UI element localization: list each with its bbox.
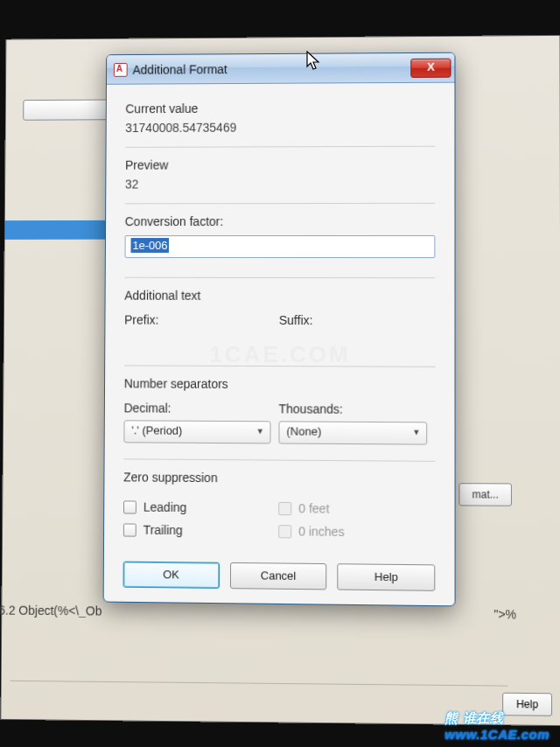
- number-separators-label: Number separators: [124, 376, 436, 392]
- zero-inches-label: 0 inches: [298, 524, 344, 539]
- thousands-select[interactable]: (None): [278, 421, 427, 444]
- dialog-button-row: OK Cancel Help: [123, 562, 436, 591]
- title-bar[interactable]: Additional Format X: [107, 53, 455, 85]
- dialog-body: Current value 31740008.54735469 Preview …: [104, 83, 455, 606]
- zero-inches-checkbox: [278, 525, 291, 538]
- prefix-label: Prefix:: [124, 313, 279, 327]
- parent-divider: [10, 681, 508, 687]
- parent-object-text: 6.2 Object(%<\_Ob: [0, 603, 102, 618]
- thousands-label: Thousands:: [279, 401, 436, 416]
- divider: [124, 365, 435, 367]
- parent-object-tail: ">%: [494, 607, 516, 621]
- parent-selection-bar: [5, 220, 107, 240]
- zero-suppression-label: Zero suppression: [123, 470, 435, 486]
- conversion-factor-input[interactable]: 1e-006: [125, 235, 436, 258]
- trailing-checkbox[interactable]: [123, 523, 136, 536]
- cancel-button[interactable]: Cancel: [230, 562, 327, 590]
- app-icon: [114, 62, 128, 76]
- close-button[interactable]: X: [410, 58, 451, 77]
- conversion-factor-label: Conversion factor:: [125, 214, 436, 228]
- conversion-factor-value: 1e-006: [130, 238, 169, 253]
- dialog-title: Additional Format: [133, 60, 411, 76]
- current-value-label: Current value: [125, 101, 435, 116]
- help-button[interactable]: Help: [338, 563, 436, 591]
- zero-feet-label: 0 feet: [298, 501, 329, 515]
- current-value: 31740008.54735469: [125, 120, 435, 135]
- decimal-select[interactable]: '.' (Period): [123, 420, 270, 443]
- watermark-corner: 熊 谁在线 www.1CAE.com: [444, 710, 550, 742]
- leading-checkbox[interactable]: [123, 500, 136, 513]
- watermark-url: www.1CAE.com: [444, 727, 550, 742]
- divider: [125, 203, 435, 204]
- trailing-label: Trailing: [144, 523, 183, 538]
- leading-label: Leading: [144, 500, 187, 514]
- decimal-label: Decimal:: [124, 401, 279, 415]
- preview-label: Preview: [125, 157, 435, 172]
- ok-button[interactable]: OK: [123, 562, 220, 589]
- preview-value: 32: [125, 177, 435, 192]
- suffix-label: Suffix:: [279, 313, 436, 328]
- watermark-zh: 熊 谁在线: [444, 710, 503, 725]
- parent-format-button[interactable]: mat...: [458, 483, 512, 506]
- zero-feet-checkbox: [278, 501, 291, 514]
- additional-format-dialog: Additional Format X Current value 317400…: [103, 52, 456, 607]
- divider: [125, 146, 435, 148]
- divider: [124, 277, 435, 278]
- additional-text-label: Additional text: [124, 289, 435, 304]
- divider: [123, 458, 435, 462]
